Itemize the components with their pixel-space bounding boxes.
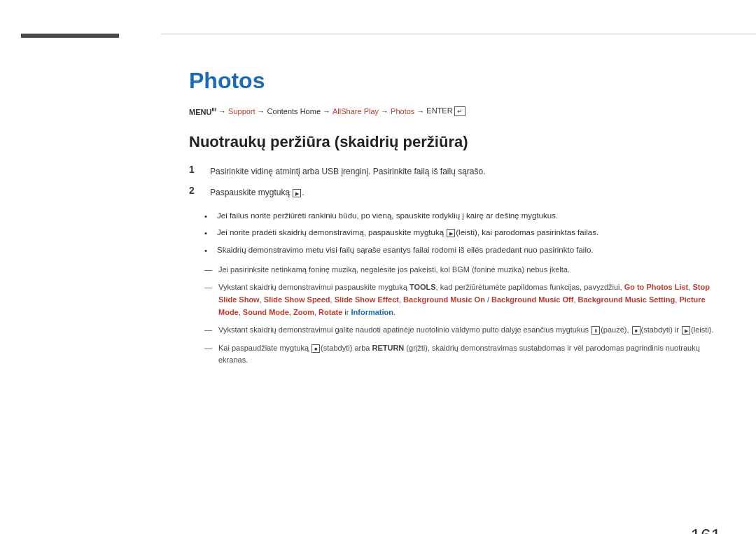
tools-option-goto: Go to Photos List — [624, 283, 689, 291]
note-block-3: — Kai paspaudžiate mygtuką ■(stabdyti) a… — [204, 342, 721, 367]
play-icon: ▶ — [293, 189, 301, 197]
breadcrumb: MENUIII → Support → Contents Home → AllS… — [189, 106, 721, 116]
bullet-dot-1: • — [204, 211, 214, 223]
tools-option-bgm-setting: Background Music Setting — [578, 295, 676, 304]
tools-option-speed: Slide Show Speed — [264, 295, 330, 304]
bullet-item-2: • Jei norite pradėti skaidrių demonstrav… — [204, 227, 721, 239]
highlight-block-tools: — Vykstant skaidrių demonstravimui paspa… — [204, 281, 721, 318]
step-number-2: 2 — [189, 185, 204, 196]
breadcrumb-photos: Photos — [391, 107, 414, 115]
pause-icon: ⏸ — [592, 326, 600, 335]
highlight-dash: — — [204, 281, 216, 294]
bullet-text-1: Jei failus norite peržiūrėti rankiniu bū… — [217, 210, 558, 222]
step-item-1: 1 Pasirinkite vidinę atmintį arba USB įr… — [189, 165, 721, 178]
main-content: Photos MENUIII → Support → Contents Home… — [161, 34, 756, 534]
sidebar-accent — [21, 34, 119, 38]
enter-icon: ↵ — [454, 106, 465, 116]
tools-option-sound: Sound Mode — [243, 308, 289, 316]
highlight-text-tools: Vykstant skaidrių demonstravimui paspaus… — [218, 281, 721, 318]
play-icon-3: ▶ — [682, 326, 690, 335]
step-text-2: Paspauskite mygtuką ▶. — [210, 186, 304, 199]
tools-option-rotate: Rotate — [318, 308, 342, 316]
breadcrumb-enter: ENTER↵ — [426, 106, 465, 116]
bullet-dot-3: • — [204, 245, 214, 257]
play-icon-2: ▶ — [447, 229, 455, 237]
tools-option-effect: Slide Show Effect — [335, 295, 399, 304]
step-text-1: Pasirinkite vidinę atmintį arba USB įren… — [210, 165, 486, 178]
bullet-text-3: Skaidrių demonstravimo metu visi failų s… — [217, 244, 594, 256]
breadcrumb-allshare: AllShare Play — [332, 107, 379, 115]
page-title: Photos — [189, 68, 721, 94]
breadcrumb-menu: MENUIII — [189, 106, 216, 116]
note-text-3: Kai paspaudžiate mygtuką ■(stabdyti) arb… — [218, 342, 721, 367]
page-number: 161 — [691, 525, 721, 534]
note-text-2: Vykstant skaidrių demonstravimui galite … — [218, 324, 713, 337]
breadcrumb-arrow2: → — [258, 107, 265, 115]
note-dash-2: — — [204, 324, 216, 337]
sidebar — [0, 0, 161, 534]
note-dash-1: — — [204, 264, 216, 276]
step-number-1: 1 — [189, 164, 204, 175]
breadcrumb-arrow5: → — [416, 107, 424, 115]
tools-option-zoom: Zoom — [293, 308, 314, 316]
note-block-2: — Vykstant skaidrių demonstravimui galit… — [204, 324, 721, 337]
bullet-text-2: Jei norite pradėti skaidrių demonstravim… — [217, 227, 598, 239]
breadcrumb-support: Support — [228, 107, 255, 115]
step-item-2: 2 Paspauskite mygtuką ▶. — [189, 186, 721, 199]
tools-option-bgm-off: Background Music Off — [491, 295, 573, 304]
section-heading: Nuotraukų peržiūra (skaidrių peržiūra) — [189, 133, 721, 151]
bullet-dot-2: • — [204, 227, 214, 239]
stop-icon: ■ — [632, 326, 640, 335]
note-dash-3: — — [204, 342, 216, 355]
bullet-item-3: • Skaidrių demonstravimo metu visi failų… — [204, 244, 721, 257]
tools-option-info: Information — [351, 308, 394, 316]
breadcrumb-arrow1: → — [218, 107, 226, 115]
stop-icon-2: ■ — [312, 344, 320, 353]
bullet-item-1: • Jei failus norite peržiūrėti rankiniu … — [204, 210, 721, 223]
breadcrumb-arrow4: → — [381, 107, 388, 115]
note-text-1: Jei pasirinksite netinkamą foninę muziką… — [218, 264, 570, 276]
tools-option-bgm-on: Background Music On — [403, 295, 485, 304]
bullet-list: • Jei failus norite peržiūrėti rankiniu … — [204, 210, 721, 257]
breadcrumb-contents-home: Contents Home — [267, 107, 321, 115]
note-block-1: — Jei pasirinksite netinkamą foninę muzi… — [204, 264, 721, 276]
breadcrumb-arrow3: → — [323, 107, 330, 115]
step-list: 1 Pasirinkite vidinę atmintį arba USB įr… — [189, 165, 721, 199]
